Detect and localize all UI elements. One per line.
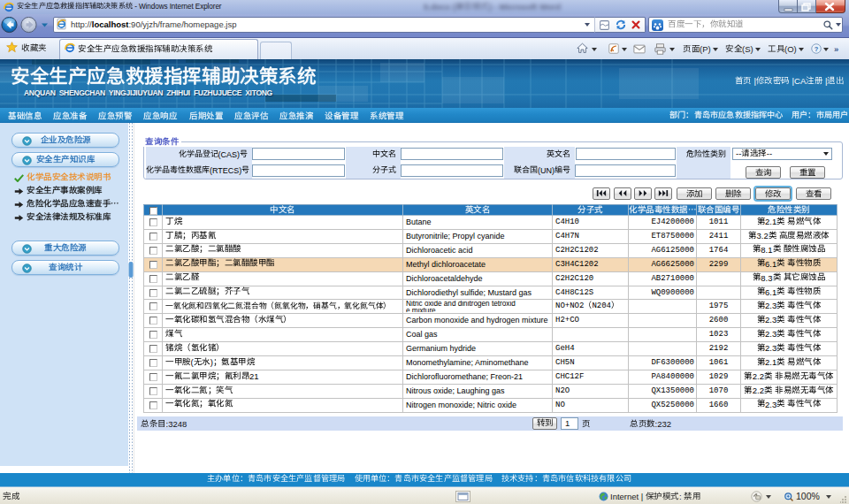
- svg-text:?: ?: [815, 45, 819, 53]
